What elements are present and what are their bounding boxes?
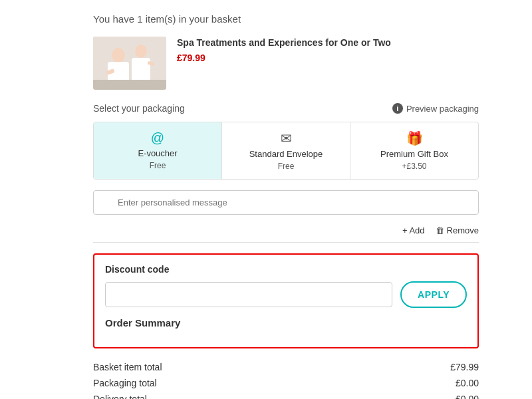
premium-price: +£3.50 [402, 162, 426, 171]
svg-point-5 [135, 45, 147, 58]
discount-code-input[interactable] [105, 282, 392, 307]
delivery-total-label: Delivery total [93, 394, 147, 399]
standard-label: Standard Envelope [249, 149, 323, 159]
delivery-total-row: Delivery total £0.00 [93, 391, 479, 399]
basket-item-label: Basket item total [93, 362, 162, 372]
packaging-total-label: Packaging total [93, 378, 157, 388]
personalised-message-input[interactable] [93, 190, 479, 215]
add-label: + Add [402, 225, 425, 235]
svg-rect-6 [132, 58, 150, 81]
basket-item-total-row: Basket item total £79.99 [93, 359, 479, 375]
discount-label: Discount code [105, 264, 467, 275]
packaging-total-value: £0.00 [456, 378, 479, 388]
message-input-wrapper: ✏ [93, 190, 479, 215]
product-info: Spa Treatments and Experiences for One o… [177, 37, 391, 63]
premium-label: Premium Gift Box [380, 149, 448, 159]
standard-price: Free [278, 162, 295, 171]
remove-button[interactable]: 🗑 Remove [436, 225, 479, 235]
evoucher-label: E-voucher [138, 148, 177, 158]
packaging-option-standard[interactable]: ✉ Standard Envelope Free [222, 122, 350, 179]
packaging-options: @ E-voucher Free ✉ Standard Envelope Fre… [93, 122, 479, 180]
product-price: £79.99 [177, 53, 391, 63]
delivery-total-value: £0.00 [456, 394, 479, 399]
trash-icon: 🗑 [436, 225, 444, 235]
svg-rect-8 [93, 80, 166, 90]
add-remove-row: + Add 🗑 Remove [93, 225, 479, 243]
product-image [93, 37, 166, 90]
info-icon: i [392, 103, 403, 114]
discount-section: Discount code APPLY Order Summary [93, 253, 479, 348]
packaging-section: Select your packaging i Preview packagin… [93, 103, 479, 180]
page-container: You have 1 item(s) in your basket Spa Tr… [0, 0, 532, 399]
remove-label: Remove [447, 225, 479, 235]
discount-input-row: APPLY [105, 281, 467, 308]
preview-packaging-button[interactable]: i Preview packaging [392, 103, 479, 114]
evoucher-price: Free [150, 161, 166, 170]
evoucher-icon: @ [151, 130, 164, 146]
order-summary-rows: Basket item total £79.99 Packaging total… [93, 359, 479, 399]
order-summary-title: Order Summary [105, 317, 467, 329]
order-summary-section: Order Summary [105, 317, 467, 329]
packaging-option-premium[interactable]: 🎁 Premium Gift Box +£3.50 [350, 122, 478, 179]
svg-point-2 [112, 48, 125, 63]
giftbox-icon: 🎁 [406, 130, 423, 146]
product-row: Spa Treatments and Experiences for One o… [93, 37, 479, 90]
packaging-total-row: Packaging total £0.00 [93, 375, 479, 391]
apply-button[interactable]: APPLY [400, 281, 467, 308]
packaging-option-evoucher[interactable]: @ E-voucher Free [94, 122, 222, 179]
basket-header: You have 1 item(s) in your basket [93, 13, 479, 25]
preview-packaging-label: Preview packaging [406, 104, 479, 114]
basket-item-value: £79.99 [450, 362, 479, 372]
add-button[interactable]: + Add [402, 225, 425, 235]
product-title: Spa Treatments and Experiences for One o… [177, 37, 391, 50]
packaging-label: Select your packaging [93, 103, 185, 114]
message-input-row: ✏ [93, 190, 479, 215]
packaging-header: Select your packaging i Preview packagin… [93, 103, 479, 114]
envelope-icon: ✉ [281, 130, 292, 146]
